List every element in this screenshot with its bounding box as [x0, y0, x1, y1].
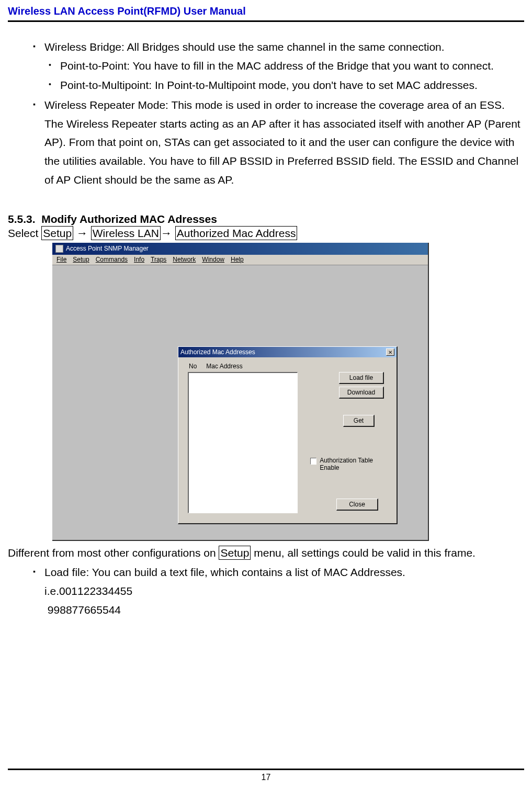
- window-titlebar[interactable]: Access Point SNMP Manager: [52, 243, 428, 255]
- bullet-repeater-mode: Wireless Repeater Mode: This mode is use…: [44, 96, 524, 189]
- menu-bar: File Setup Commands Info Traps Network W…: [52, 255, 428, 265]
- close-icon[interactable]: ✕: [386, 348, 394, 356]
- menu-commands[interactable]: Commands: [96, 256, 128, 263]
- menu-setup[interactable]: Setup: [73, 256, 89, 263]
- app-screenshot: Access Point SNMP Manager File Setup Com…: [52, 243, 429, 541]
- section-number: 5.5.3.: [8, 213, 36, 225]
- after-text-b: menu, all settings could be valid in thi…: [251, 547, 476, 559]
- section-heading: 5.5.3. Modify Authorized MAC Adresses: [8, 213, 524, 225]
- col-no: No: [189, 363, 205, 370]
- page-number: 17: [262, 773, 271, 782]
- menu-info[interactable]: Info: [134, 256, 144, 263]
- app-icon: [55, 245, 63, 253]
- main-list: Wireless Bridge: All Bridges should use …: [8, 38, 524, 189]
- list-header: No Mac Address: [189, 363, 243, 370]
- after-text-a: Different from most other configurations…: [8, 547, 219, 559]
- menu-file[interactable]: File: [56, 256, 66, 263]
- menu-window[interactable]: Window: [202, 256, 224, 263]
- dialog-titlebar[interactable]: Authorized Mac Addresses ✕: [178, 347, 397, 357]
- col-mac: Mac Address: [206, 363, 242, 370]
- setup-boxed: Setup: [219, 546, 251, 560]
- page-header: Wireless LAN Access Point(RFMD) User Man…: [8, 5, 524, 22]
- auth-enable-checkbox[interactable]: [310, 458, 316, 465]
- auth-enable-checkbox-wrap: Authorization Table Enable: [310, 457, 389, 472]
- menu-traps[interactable]: Traps: [151, 256, 166, 263]
- mac-example-2: 998877665544: [48, 604, 121, 616]
- auth-enable-label: Authorization Table Enable: [320, 457, 389, 472]
- close-button[interactable]: Close: [336, 499, 378, 511]
- app-client-area: Authorized Mac Addresses ✕ No Mac Addres…: [52, 265, 428, 540]
- nav-path: Select Setup → Wireless LAN→ Authorized …: [8, 227, 524, 240]
- get-button[interactable]: Get: [343, 415, 375, 427]
- nav-wlan: Wireless LAN: [91, 226, 161, 240]
- menu-help[interactable]: Help: [231, 256, 244, 263]
- after-screenshot-para: Different from most other configurations…: [8, 544, 524, 562]
- arrow-icon: →: [76, 227, 88, 240]
- loadfile-list: Load file: You can build a text file, wh…: [8, 563, 524, 619]
- bullet-wireless-bridge-text: Wireless Bridge: All Bridges should use …: [44, 41, 445, 53]
- nav-setup: Setup: [41, 226, 73, 240]
- sub-list: Point-to-Point: You have to fill in the …: [44, 57, 524, 95]
- loadfile-button[interactable]: Load file: [339, 372, 384, 384]
- nav-ama: Authorized Mac Address: [175, 226, 298, 240]
- ie-line2: 998877665544: [44, 601, 524, 619]
- bullet-ptmp: Point-to-Multipoint: In Point-to-Multipo…: [60, 76, 524, 95]
- bullet-loadfile: Load file: You can build a text file, wh…: [44, 563, 524, 619]
- mac-listbox[interactable]: [188, 372, 298, 513]
- select-prefix: Select: [8, 227, 41, 239]
- bullet-wireless-bridge: Wireless Bridge: All Bridges should use …: [44, 38, 524, 95]
- window-title: Access Point SNMP Manager: [66, 245, 149, 252]
- ie-label: i.e.: [44, 585, 59, 597]
- bullet-ptp: Point-to-Point: You have to fill in the …: [60, 57, 524, 75]
- bullet-loadfile-text: Load file: You can build a text file, wh…: [44, 566, 405, 578]
- authorized-mac-dialog: Authorized Mac Addresses ✕ No Mac Addres…: [178, 346, 398, 524]
- page-footer: 17: [8, 758, 524, 782]
- ie-line1: i.e.001122334455: [44, 582, 524, 601]
- arrow-icon: →: [161, 227, 172, 240]
- dialog-title: Authorized Mac Addresses: [180, 348, 255, 356]
- download-button[interactable]: Download: [339, 387, 384, 399]
- section-title: Modify Authorized MAC Adresses: [41, 213, 217, 225]
- menu-network[interactable]: Network: [173, 256, 196, 263]
- mac-example-1: 001122334455: [59, 585, 132, 597]
